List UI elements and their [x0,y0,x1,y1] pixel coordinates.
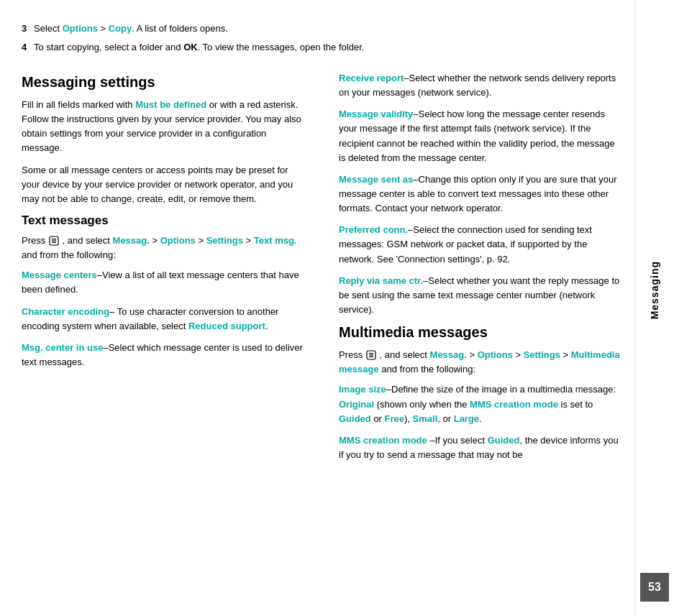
reply-via-term: Reply via same ctr. [339,275,423,286]
message-validity-term: Message validity [339,109,413,119]
multimedia-press-line: Press , and select Messag. > Options > S… [339,348,620,377]
guided-select: Guided [488,435,520,446]
entry-reply-via: Reply via same ctr.–Select whether you w… [339,274,620,317]
svg-rect-3 [52,242,56,242]
page-number-box: 53 [640,573,669,602]
small-option: Small [413,413,438,424]
entry-receive-report: Receive report–Select whether the networ… [339,71,620,100]
guided-option: Guided [339,413,371,424]
character-encoding-term: Character encoding [22,306,109,317]
intro-para1: Fill in all fields marked with Must be d… [22,98,303,156]
messag-link-right: Messag. [430,349,467,360]
top-section: 3 Select Options > Copy. A list of folde… [22,22,620,58]
svg-rect-1 [52,239,56,239]
message-centers-term: Message centers [22,270,97,280]
messag-link-left: Messag. [113,235,150,246]
mms-creation-mode-ref: MMS creation mode [470,399,558,410]
entry-message-centers: Message centers–View a list of all text … [22,268,303,297]
numbered-item-3: 3 Select Options > Copy. A list of folde… [22,22,620,36]
sidebar-label: Messaging [649,261,660,319]
mms-creation-mode-term: MMS creation mode [339,435,427,446]
sidebar: Messaging 53 [634,0,674,616]
menu-icon-right [365,349,377,361]
text-msg-link: Text msg. [254,235,297,246]
intro-para2: Some or all message centers or access po… [22,163,303,206]
item4-text: To start copying, select a folder and OK… [34,40,364,55]
main-content: 3 Select Options > Copy. A list of folde… [0,0,634,616]
item4-ok: OK [183,42,198,52]
must-be-defined: Must be defined [135,99,206,110]
item4-num: 4 [22,40,30,55]
svg-rect-2 [52,240,56,241]
options-link-left: Options [160,235,196,246]
entry-message-validity: Message validity–Select how long the mes… [339,107,620,165]
entry-mms-creation-mode: MMS creation mode –If you select Guided,… [339,433,620,462]
text-messages-heading: Text messages [22,213,303,228]
entry-image-size: Image size–Define the size of the image … [339,382,620,426]
multimedia-messages-heading: Multimedia messages [339,324,620,341]
svg-rect-6 [369,354,373,355]
large-option: Large [454,413,479,424]
numbered-item-4: 4 To start copying, select a folder and … [22,40,620,55]
messaging-settings-heading: Messaging settings [22,74,303,91]
item3-options: Options [63,23,98,34]
image-size-term: Image size [339,384,386,395]
entry-character-encoding: Character encoding– To use character con… [22,305,303,334]
settings-link-right: Settings [524,349,560,360]
preferred-conn-term: Preferred conn. [339,224,408,235]
page-number: 53 [648,581,661,594]
receive-report-term: Receive report [339,73,404,83]
reduced-support-link: Reduced support [188,321,265,331]
right-column: Receive report–Select whether the networ… [335,71,620,602]
text-press-line: Press , and select Messag. > Options > S… [22,234,303,262]
svg-rect-5 [369,353,373,354]
entry-msg-center: Msg. center in use–Select which message … [22,341,303,369]
free-option: Free [385,413,404,424]
item3-num: 3 [22,22,30,36]
original-option: Original [339,399,374,410]
svg-rect-7 [369,356,373,357]
settings-link-left: Settings [206,235,243,246]
options-link-right: Options [478,349,513,360]
item3-copy: Copy [109,23,132,34]
two-columns: Messaging settings Fill in all fields ma… [22,71,620,602]
entry-message-sent-as: Message sent as–Change this option only … [339,173,620,216]
menu-icon [48,235,60,247]
entry-preferred-conn: Preferred conn.–Select the connection us… [339,223,620,266]
left-column: Messaging settings Fill in all fields ma… [22,71,314,602]
msg-center-term: Msg. center in use [22,342,103,353]
item3-text: Select Options > Copy. A list of folders… [34,22,228,36]
message-sent-as-term: Message sent as [339,174,413,185]
